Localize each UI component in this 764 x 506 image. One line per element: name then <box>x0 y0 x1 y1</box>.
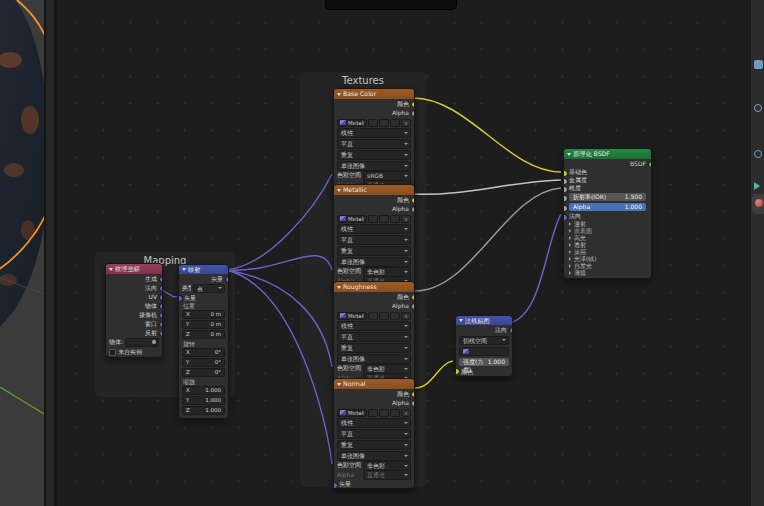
splitter-handle[interactable] <box>46 0 54 506</box>
source-dropdown[interactable]: 单张图像 <box>337 161 411 171</box>
panel-diffuse[interactable]: 漫射 <box>564 220 651 227</box>
socket-icon[interactable] <box>564 178 568 185</box>
fake-user-button[interactable] <box>368 312 378 320</box>
output-color[interactable]: 颜色 <box>334 389 414 398</box>
scale-y[interactable]: Y1.000 <box>182 396 225 405</box>
projection-dropdown[interactable]: 平直 <box>337 235 411 245</box>
rotation-y[interactable]: Y0° <box>182 358 225 367</box>
image-texture-node-base-color[interactable]: Base Color 颜色 Alpha Metal0026_4K_... × 线… <box>333 88 415 199</box>
location-z[interactable]: Z0 m <box>182 330 225 339</box>
output-reflection[interactable]: 反射 <box>106 328 162 337</box>
output-object[interactable]: 物体 <box>106 301 162 310</box>
collapse-icon[interactable] <box>337 286 341 289</box>
normal-map-node[interactable]: 法线贴图 法向 切线空间 强度(力度)1.000 颜色 <box>455 315 513 377</box>
texture-coordinate-node[interactable]: 纹理坐标 生成 法向 UV 物体 摄像机 窗口 反射 物体: 来自实例 <box>105 263 163 358</box>
principled-bsdf-node[interactable]: 原理化 BSDF BSDF 基础色 金属度 糙度 折射率(IOR)1.500 A… <box>563 148 652 279</box>
type-dropdown[interactable]: 点 <box>193 284 225 294</box>
scale-z[interactable]: Z1.000 <box>182 406 225 415</box>
unlink-button[interactable]: × <box>401 312 411 320</box>
input-metallic[interactable]: 金属度 <box>564 176 651 184</box>
panel-sheen[interactable]: 光泽(绒) <box>564 255 651 262</box>
strength-slider[interactable]: 强度(力度)1.000 <box>459 358 509 366</box>
render-tab-icon[interactable] <box>754 60 763 69</box>
input-color[interactable]: 颜色 <box>456 367 512 376</box>
extension-dropdown[interactable]: 重复 <box>337 150 411 160</box>
output-camera[interactable]: 摄像机 <box>106 310 162 319</box>
uv-map-field[interactable] <box>459 347 509 357</box>
collapse-icon[interactable] <box>459 319 463 322</box>
output-alpha[interactable]: Alpha <box>334 204 414 213</box>
alpha-mode-dropdown[interactable]: 直通道 <box>363 470 411 480</box>
source-dropdown[interactable]: 单张图像 <box>337 257 411 267</box>
unlink-button[interactable]: × <box>401 215 411 223</box>
panel-coat[interactable]: 涂层 <box>564 248 651 255</box>
new-image-button[interactable] <box>379 119 389 127</box>
node-header[interactable]: Roughness <box>334 282 414 292</box>
collapse-icon[interactable] <box>567 153 571 156</box>
input-ior[interactable]: 折射率(IOR)1.500 <box>564 192 651 202</box>
unlink-button[interactable]: × <box>401 119 411 127</box>
socket-icon[interactable] <box>334 482 338 489</box>
3d-viewport[interactable] <box>0 0 44 506</box>
output-vector[interactable]: 矢量 <box>179 274 228 283</box>
extension-dropdown[interactable]: 重复 <box>337 343 411 353</box>
node-header[interactable]: Base Color <box>334 89 414 99</box>
new-image-button[interactable] <box>379 312 389 320</box>
output-uv[interactable]: UV <box>106 292 162 301</box>
properties-tab-strip[interactable] <box>750 0 764 506</box>
output-alpha[interactable]: Alpha <box>334 398 414 407</box>
socket-icon[interactable] <box>411 197 415 204</box>
space-dropdown[interactable]: 切线空间 <box>459 336 509 346</box>
scene-tab-icon[interactable] <box>754 104 762 112</box>
socket-icon[interactable] <box>411 294 415 301</box>
image-texture-node-roughness[interactable]: Roughness 颜色 Alpha Metal0026_4K_R... × 线… <box>333 281 415 392</box>
image-name-field[interactable]: Metal0026_4K_... <box>337 119 367 127</box>
input-vector[interactable]: 矢量 <box>179 294 228 302</box>
socket-icon[interactable] <box>179 295 183 302</box>
image-name-field[interactable]: Metal0026_4K_... <box>337 215 367 223</box>
extension-dropdown[interactable]: 重复 <box>337 440 411 450</box>
output-color[interactable]: 颜色 <box>334 292 414 301</box>
output-color[interactable]: 颜色 <box>334 99 414 108</box>
node-header[interactable]: Metallic <box>334 185 414 195</box>
socket-icon[interactable] <box>564 195 568 202</box>
ior-slider[interactable]: 折射率(IOR)1.500 <box>569 193 646 201</box>
collapse-icon[interactable] <box>182 268 186 271</box>
socket-icon[interactable] <box>456 368 460 375</box>
node-header[interactable]: 法线贴图 <box>456 316 512 325</box>
source-dropdown[interactable]: 单张图像 <box>337 354 411 364</box>
socket-icon[interactable] <box>159 285 163 292</box>
image-name-field[interactable]: Metal0026_4K_... <box>337 409 367 417</box>
new-image-button[interactable] <box>379 409 389 417</box>
socket-icon[interactable] <box>159 330 163 337</box>
node-header[interactable]: 纹理坐标 <box>106 264 162 274</box>
input-roughness[interactable]: 糙度 <box>564 184 651 192</box>
rotation-z[interactable]: Z0° <box>182 368 225 377</box>
socket-icon[interactable] <box>159 276 163 283</box>
unlink-button[interactable]: × <box>401 409 411 417</box>
interpolation-dropdown[interactable]: 线性 <box>337 224 411 234</box>
node-header[interactable]: Normal <box>334 379 414 389</box>
object-picker[interactable] <box>125 338 159 347</box>
output-color[interactable]: 颜色 <box>334 195 414 204</box>
open-image-button[interactable] <box>390 312 400 320</box>
output-alpha[interactable]: Alpha <box>334 108 414 117</box>
node-header[interactable]: 映射 <box>179 265 228 274</box>
fake-user-button[interactable] <box>368 215 378 223</box>
socket-icon[interactable] <box>411 400 415 407</box>
output-alpha[interactable]: Alpha <box>334 301 414 310</box>
location-x[interactable]: X0 m <box>182 310 225 319</box>
collapse-icon[interactable] <box>337 93 341 96</box>
input-base-color[interactable]: 基础色 <box>564 168 651 176</box>
socket-icon[interactable] <box>411 101 415 108</box>
panel-specular[interactable]: 高光 <box>564 234 651 241</box>
interpolation-dropdown[interactable]: 线性 <box>337 128 411 138</box>
input-vector[interactable]: 矢量 <box>334 480 414 488</box>
socket-icon[interactable] <box>159 303 163 310</box>
location-y[interactable]: Y0 m <box>182 320 225 329</box>
new-image-button[interactable] <box>379 215 389 223</box>
panel-thin-film[interactable]: 薄膜 <box>564 269 651 276</box>
output-window[interactable]: 窗口 <box>106 319 162 328</box>
collapse-icon[interactable] <box>337 383 341 386</box>
extension-dropdown[interactable]: 重复 <box>337 246 411 256</box>
